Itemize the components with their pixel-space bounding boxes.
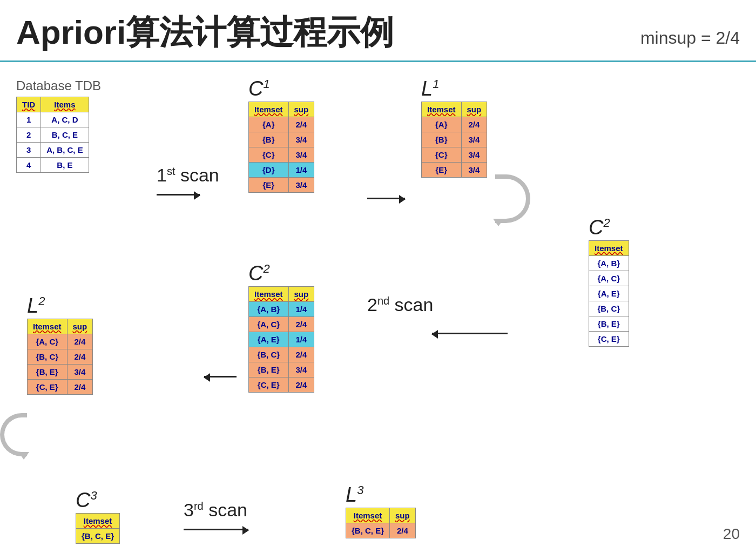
l1-col-sup: sup <box>461 102 487 117</box>
l1-cell: 3/4 <box>461 132 487 147</box>
db-cell: 3 <box>17 143 41 158</box>
l3-col-itemset: Itemset <box>346 508 390 523</box>
scan1-area: 1st scan <box>157 165 219 198</box>
minsup-label: minsup = 2/4 <box>640 28 740 48</box>
l3-col-sup: sup <box>390 508 416 523</box>
page-title: Apriori算法计算过程示例 <box>16 10 394 55</box>
c1-cell: 1/4 <box>288 163 314 178</box>
l3-cell: {B, C, E} <box>346 523 390 538</box>
c3-cell: {B, C, E} <box>76 529 120 544</box>
l1-label: L1 <box>421 77 439 100</box>
c2m-cell: {A, B} <box>249 302 289 317</box>
c2m-cell: 2/4 <box>288 377 314 393</box>
l3-section: L3 Itemset sup {B, C, E}2/4 <box>346 483 416 538</box>
l2-cell: 3/4 <box>67 365 93 380</box>
c1-cell: {C} <box>249 147 289 163</box>
c2m-cell: {C, E} <box>249 377 289 393</box>
l2-cell: {B, C} <box>28 349 68 365</box>
l2-cell: 2/4 <box>67 380 93 395</box>
scan2-area: 2nd scan <box>367 294 433 315</box>
db-cell: 2 <box>17 127 41 143</box>
l2-table: Itemset sup {A, C}2/4{B, C}2/4{B, E}3/4{… <box>27 319 93 395</box>
c1-l1-arrow <box>367 192 405 201</box>
l2-cell: 2/4 <box>67 349 93 365</box>
curved-arrow-l1-c2 <box>495 174 530 223</box>
c2r-col-itemset: Itemset <box>589 241 629 256</box>
db-col-items: Items <box>41 97 89 112</box>
c2r-cell: {A, E} <box>589 286 629 301</box>
curved-arrow-l2-c3 <box>0 413 27 456</box>
c2r-cell: {B, C} <box>589 301 629 316</box>
c2m-col-itemset: Itemset <box>249 287 289 302</box>
c2m-cell: {B, C} <box>249 347 289 362</box>
c3-table: Itemset {B, C, E} <box>76 513 120 544</box>
db-cell: A, C, D <box>41 112 89 127</box>
database-section: Database TDB TID Items 1A, C, D2B, C, E3… <box>16 78 101 173</box>
l1-cell: 3/4 <box>461 147 487 163</box>
c2-right-label: C2 <box>589 216 610 239</box>
c2-right-section: C2 Itemset {A, B}{A, C}{A, E}{B, C}{B, E… <box>589 216 629 347</box>
c3-section: C3 Itemset {B, C, E} <box>76 489 120 544</box>
l1-cell: {B} <box>422 132 462 147</box>
c1-cell: {B} <box>249 132 289 147</box>
c2m-cell: {A, E} <box>249 332 289 347</box>
c2r-cell: {B, E} <box>589 316 629 332</box>
c2m-cell: {B, E} <box>249 362 289 377</box>
c2m-cell: 2/4 <box>288 317 314 332</box>
c2m-l2-arrow <box>204 370 237 380</box>
c1-table: Itemset sup {A}2/4{B}3/4{C}3/4{D}1/4{E}3… <box>248 102 314 193</box>
page-number: 20 <box>723 525 740 543</box>
scan1-label: 1st scan <box>157 165 219 186</box>
l1-cell: {A} <box>422 117 462 132</box>
l3-cell: 2/4 <box>390 523 416 538</box>
l2-label: L2 <box>27 294 45 317</box>
l1-cell: 2/4 <box>461 117 487 132</box>
database-table: TID Items 1A, C, D2B, C, E3A, B, C, E4B,… <box>16 97 89 173</box>
l2-cell: 2/4 <box>67 334 93 349</box>
l3-table: Itemset sup {B, C, E}2/4 <box>346 508 416 538</box>
c2m-col-sup: sup <box>288 287 314 302</box>
db-cell: 1 <box>17 112 41 127</box>
c1-cell: {D} <box>249 163 289 178</box>
l1-cell: {C} <box>422 147 462 163</box>
l2-section: L2 Itemset sup {A, C}2/4{B, C}2/4{B, E}3… <box>27 294 93 395</box>
c2r-cell: {C, E} <box>589 332 629 347</box>
c1-cell: 2/4 <box>288 117 314 132</box>
c2m-cell: 2/4 <box>288 347 314 362</box>
c3-label: C3 <box>76 489 97 511</box>
l1-table: Itemset sup {A}2/4{B}3/4{C}3/4{E}3/4 <box>421 102 487 178</box>
c2-right-table: Itemset {A, B}{A, C}{A, E}{B, C}{B, E}{C… <box>589 240 629 347</box>
l1-col-itemset: Itemset <box>422 102 462 117</box>
header: Apriori算法计算过程示例 minsup = 2/4 <box>0 0 756 62</box>
scan2-arrow <box>432 327 508 336</box>
c1-col-itemset: Itemset <box>249 102 289 117</box>
scan3-arrow <box>184 529 248 530</box>
c2-middle-section: C2 Itemset sup {A, B}1/4{A, C}2/4{A, E}1… <box>248 262 314 393</box>
c2r-cell: {A, C} <box>589 271 629 286</box>
c1-cell: 3/4 <box>288 132 314 147</box>
db-cell: B, C, E <box>41 127 89 143</box>
c2-middle-table: Itemset sup {A, B}1/4{A, C}2/4{A, E}1/4{… <box>248 286 314 393</box>
l1-section: L1 Itemset sup {A}2/4{B}3/4{C}3/4{E}3/4 <box>421 77 487 178</box>
c1-section: C1 Itemset sup {A}2/4{B}3/4{C}3/4{D}1/4{… <box>248 77 314 193</box>
l1-cell: 3/4 <box>461 163 487 178</box>
c3-col-itemset: Itemset <box>76 514 120 529</box>
arrow-scan2 <box>432 333 508 334</box>
c1-cell: 3/4 <box>288 147 314 163</box>
scan3-label: 3rd scan <box>184 500 248 521</box>
c1-label: C1 <box>248 77 270 100</box>
c2-middle-label: C2 <box>248 262 270 285</box>
db-cell: A, B, C, E <box>41 143 89 158</box>
l2-cell: {B, E} <box>28 365 68 380</box>
c2m-cell: 3/4 <box>288 362 314 377</box>
c2m-cell: 1/4 <box>288 332 314 347</box>
db-col-tid: TID <box>17 97 41 112</box>
scan2-label: 2nd scan <box>367 294 433 315</box>
c1-col-sup: sup <box>288 102 314 117</box>
db-cell: B, E <box>41 158 89 173</box>
c1-cell: {A} <box>249 117 289 132</box>
l3-label: L3 <box>346 483 363 506</box>
l2-col-itemset: Itemset <box>28 319 68 334</box>
l1-cell: {E} <box>422 163 462 178</box>
database-label: Database TDB <box>16 78 101 93</box>
